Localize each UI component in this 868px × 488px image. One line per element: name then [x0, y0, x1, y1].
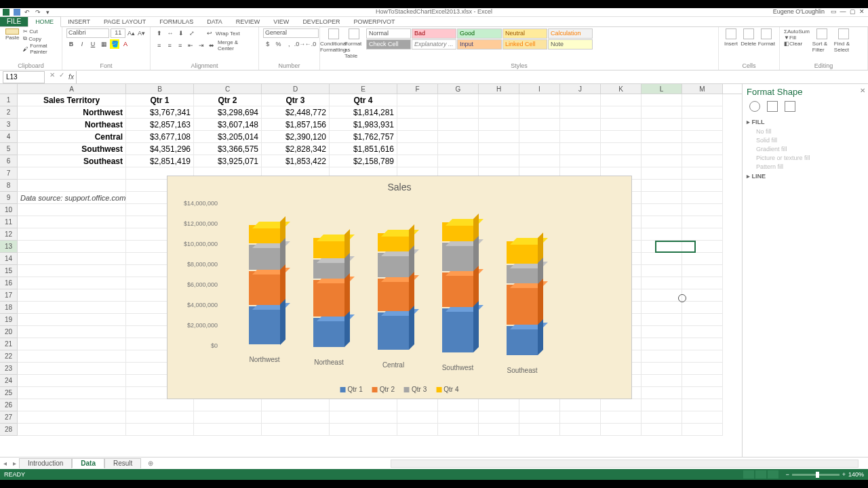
col-header-C[interactable]: C — [194, 84, 262, 94]
row-header-15[interactable]: 15 — [0, 265, 18, 277]
page-break-view-icon[interactable] — [768, 470, 778, 479]
enter-formula-icon[interactable]: ✓ — [57, 71, 66, 83]
cell-A10[interactable] — [18, 204, 126, 216]
cell-L21[interactable] — [642, 338, 682, 350]
cell-E3[interactable]: $1,983,931 — [330, 119, 397, 131]
cell-A19[interactable] — [18, 314, 126, 326]
col-header-D[interactable]: D — [262, 84, 330, 94]
line-section[interactable]: ▸ LINE — [747, 173, 864, 180]
fill-option[interactable]: Picture or texture fill — [756, 155, 864, 161]
cell-A6[interactable]: Southeast — [18, 155, 126, 167]
col-header-H[interactable]: H — [479, 84, 519, 94]
row-header-18[interactable]: 18 — [0, 302, 18, 314]
row-header-8[interactable]: 8 — [0, 180, 18, 192]
cellstyle-input[interactable]: Input — [457, 39, 502, 49]
cell-B4[interactable]: $3,677,108 — [126, 131, 194, 143]
cell-L19[interactable] — [642, 314, 682, 326]
cell-L6[interactable] — [642, 155, 682, 167]
row-header-7[interactable]: 7 — [0, 167, 18, 180]
chart-segment[interactable] — [507, 285, 538, 325]
cell-A20[interactable] — [18, 326, 126, 338]
cell-D6[interactable]: $1,853,422 — [262, 155, 330, 167]
cell-J4[interactable] — [560, 131, 601, 143]
cell-C1[interactable]: Qtr 2 — [194, 94, 262, 106]
cell-A4[interactable]: Central — [18, 131, 126, 143]
fill-color-button[interactable]: 🪣 — [110, 39, 119, 49]
cell-G6[interactable] — [438, 155, 479, 167]
cell-A8[interactable] — [18, 180, 126, 192]
cell-L24[interactable] — [642, 375, 682, 387]
cell-F5[interactable] — [397, 143, 438, 155]
cell-A27[interactable] — [18, 411, 126, 424]
cell-A7[interactable] — [18, 167, 126, 180]
cell-J3[interactable] — [560, 119, 601, 131]
cell-L28[interactable] — [642, 424, 682, 436]
row-header-10[interactable]: 10 — [0, 204, 18, 216]
cell-K4[interactable] — [601, 131, 642, 143]
cell-E27[interactable] — [330, 411, 397, 424]
zoom-slider[interactable] — [792, 474, 840, 476]
cell-G1[interactable] — [438, 94, 479, 106]
dec-decimal-icon[interactable]: ←.0 — [306, 39, 315, 49]
cell-M5[interactable] — [682, 143, 723, 155]
cellstyle-explanatory[interactable]: Explanatory ... — [412, 39, 456, 49]
cell-C27[interactable] — [194, 411, 262, 424]
row-header-9[interactable]: 9 — [0, 192, 18, 204]
cell-M12[interactable] — [682, 228, 723, 241]
cell-M11[interactable] — [682, 216, 723, 228]
user-name[interactable]: Eugene O'Loughlin — [773, 8, 825, 15]
row-header-26[interactable]: 26 — [0, 399, 18, 411]
cell-K5[interactable] — [601, 143, 642, 155]
sheet-tab-data[interactable]: Data — [72, 458, 104, 468]
cell-A22[interactable] — [18, 350, 126, 363]
cell-L13[interactable] — [642, 241, 682, 253]
cell-B5[interactable]: $4,351,296 — [126, 143, 194, 155]
cell-L26[interactable] — [642, 399, 682, 411]
chart-segment[interactable] — [442, 272, 473, 306]
cell-L16[interactable] — [642, 277, 682, 289]
chart-segment[interactable] — [378, 253, 409, 277]
cellstyle-neutral[interactable]: Neutral — [502, 28, 547, 39]
row-header-6[interactable]: 6 — [0, 155, 18, 167]
cell-E6[interactable]: $2,158,789 — [330, 155, 397, 167]
cell-D5[interactable]: $2,828,342 — [262, 143, 330, 155]
underline-button[interactable]: U — [88, 39, 98, 49]
cell-A17[interactable] — [18, 289, 126, 302]
undo-icon[interactable]: ↶ — [24, 9, 31, 16]
cell-L8[interactable] — [642, 180, 682, 192]
tab-review[interactable]: REVIEW — [229, 17, 267, 26]
wrap-text-button[interactable]: Wrap Text — [216, 30, 240, 37]
cell-I27[interactable] — [519, 411, 560, 424]
row-header-23[interactable]: 23 — [0, 363, 18, 375]
cell-M21[interactable] — [682, 338, 723, 350]
tab-data[interactable]: DATA — [200, 17, 229, 26]
cell-G27[interactable] — [438, 411, 479, 424]
cell-A25[interactable] — [18, 387, 126, 399]
cell-L17[interactable] — [642, 289, 682, 302]
chart-segment[interactable] — [249, 271, 280, 304]
col-header-K[interactable]: K — [601, 84, 642, 94]
sheet-tab-introduction[interactable]: Introduction — [19, 458, 72, 468]
border-button[interactable]: ▦ — [99, 39, 108, 49]
row-header-11[interactable]: 11 — [0, 216, 18, 228]
chart-segment[interactable] — [313, 318, 344, 347]
currency-icon[interactable]: $ — [263, 39, 273, 49]
cell-F6[interactable] — [397, 155, 438, 167]
cell-A13[interactable] — [18, 241, 126, 253]
row-header-16[interactable]: 16 — [0, 277, 18, 289]
format-painter-button[interactable]: 🖌Format Painter — [23, 43, 58, 55]
col-header-G[interactable]: G — [438, 84, 479, 94]
cell-M10[interactable] — [682, 204, 723, 216]
cell-B3[interactable]: $2,857,163 — [126, 119, 194, 131]
indent-dec-icon[interactable]: ⇤ — [186, 41, 195, 50]
name-box[interactable] — [3, 71, 45, 83]
align-bottom-icon[interactable]: ⬇ — [176, 28, 186, 38]
cell-J1[interactable] — [560, 94, 601, 106]
cell-J5[interactable] — [560, 143, 601, 155]
row-header-22[interactable]: 22 — [0, 350, 18, 363]
cell-L22[interactable] — [642, 350, 682, 363]
font-color-button[interactable]: A — [121, 39, 130, 49]
fill-option[interactable]: Solid fill — [756, 137, 864, 144]
chart-segment[interactable] — [442, 222, 473, 241]
tab-home[interactable]: HOME — [28, 16, 61, 27]
